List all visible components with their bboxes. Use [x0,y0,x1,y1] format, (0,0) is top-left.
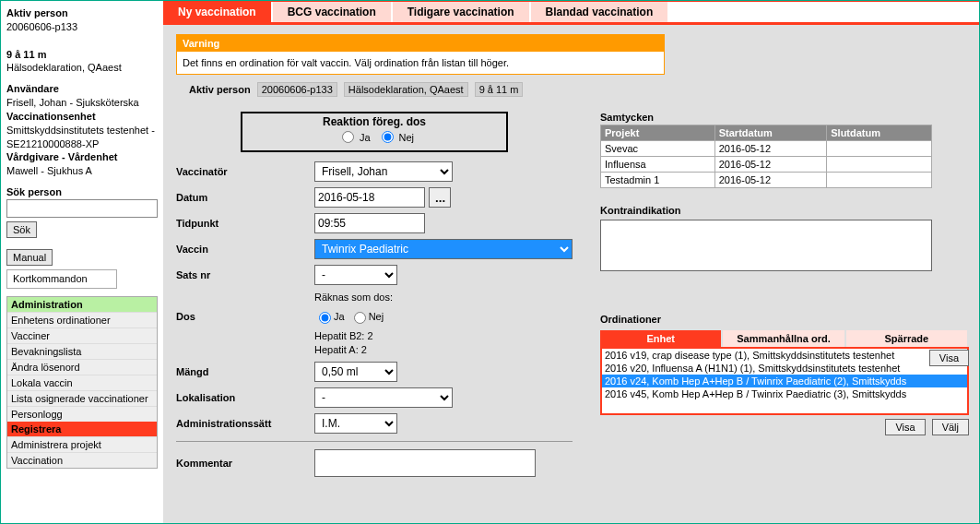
date-input[interactable] [314,187,425,208]
date-picker-button[interactable]: ... [429,187,451,208]
vaccinator-select[interactable]: Frisell, Johan [314,161,453,182]
sidebar-active-age: 9 å 11 m [6,48,158,62]
contra-box[interactable] [600,220,932,271]
shortcuts-link[interactable]: Kortkommandon [6,269,117,289]
comment-input[interactable] [314,449,536,477]
sidebar-item-losenord[interactable]: Ändra lösenord [7,359,157,375]
dose-label: Dos [176,311,314,322]
reaction-no-label: Nej [399,132,415,143]
contra-show-button[interactable]: Visa [929,350,969,366]
sidebar-item-bevak[interactable]: Bevakningslista [7,343,157,359]
ord-tab-sparrade[interactable]: Spärrade [846,330,969,347]
sidebar-item-lokala[interactable]: Lokala vaccin [7,375,157,390]
consents-col-end: Slutdatum [827,125,932,141]
ord-row-0[interactable]: 2016 v19, crap disease type (1), Smittsk… [602,349,967,362]
sidebar-user-label: Användare [6,82,158,96]
tab-blandad[interactable]: Blandad vaccination [531,2,670,22]
vaccine-select[interactable]: Twinrix Paediatric [314,239,573,259]
ordinations-heading: Ordinationer [600,314,969,325]
ord-tab-samman[interactable]: Sammanhållna ord. [723,330,845,347]
tab-bcg[interactable]: BCG vaccination [273,2,393,22]
dose-info-2: Hepatit A: 2 [314,343,573,356]
consents-col-project: Projekt [601,125,715,141]
sidebar-unit-label: Vaccinationsenhet [6,110,158,124]
sidebar-active-label: Aktiv person [6,6,158,20]
sidebar-active-name: Hälsodeklaration, QAaest [6,61,158,75]
sidebar-unit-name: Smittskyddsinstitutets testenhet - SE212… [6,124,158,151]
search-button[interactable]: Sök [6,221,37,238]
reaction-yes-radio[interactable] [342,131,354,143]
sidebar-item-vaccination[interactable]: Vaccination [7,452,157,468]
dose-no-radio[interactable] [354,312,366,324]
ord-row-3[interactable]: 2016 v45, Komb Hep A+Hep B / Twinrix Pae… [602,387,967,400]
sidebar-item-osignerade[interactable]: Lista osignerade vaccinationer [7,390,157,406]
reaction-yes-label: Ja [360,132,371,143]
dose-yes-radio[interactable] [319,312,331,324]
register-heading: Registrera [7,422,157,436]
reaction-no-radio[interactable] [382,131,394,143]
search-label: Sök person [6,185,158,199]
date-label: Datum [176,192,314,203]
consents-col-start: Startdatum [714,125,826,141]
dose-yes-label: Ja [334,311,345,322]
reaction-label: Reaktion föreg. dos [242,115,506,128]
sidebar-care-name: Mawell - Sjukhus A [6,164,158,178]
ord-show-button[interactable]: Visa [885,419,925,435]
search-input[interactable] [6,199,158,218]
admin-heading: Administration [7,297,157,312]
adminroute-label: Administrationssätt [176,418,314,429]
time-input[interactable] [314,213,425,233]
sidebar-item-admin-projekt[interactable]: Administrera projekt [7,436,157,452]
context-label: Aktiv person [189,84,251,95]
consents-table: Projekt Startdatum Slutdatum Svevac2016-… [600,125,932,188]
counted-as-dose-label: Räknas som dos: [314,291,573,304]
context-age: 9 å 11 m [475,82,524,97]
sidebar-item-personlogg[interactable]: Personlogg [7,406,157,422]
sidebar-item-vacciner[interactable]: Vacciner [7,328,157,343]
comment-label: Kommentar [176,458,314,469]
contra-heading: Kontraindikation [600,205,969,216]
vaccinator-label: Vaccinatör [176,166,314,177]
ord-select-button[interactable]: Välj [932,419,969,435]
sidebar-active-id: 20060606-p133 [6,20,158,34]
batch-label: Sats nr [176,269,314,280]
ord-row-1[interactable]: 2016 v20, Influensa A (H1N1) (1), Smitts… [602,362,967,375]
sidebar-care-label: Vårdgivare - Vårdenhet [6,150,158,164]
sidebar-user-name: Frisell, Johan - Sjuksköterska [6,96,158,110]
manual-button[interactable]: Manual [6,249,53,266]
batch-select[interactable]: - [314,265,397,285]
amount-select[interactable]: 0,50 ml [314,362,397,382]
context-id: 20060606-p133 [257,82,337,97]
ord-row-2[interactable]: 2016 v24, Komb Hep A+Hep B / Twinrix Pae… [602,375,967,387]
localization-label: Lokalisation [176,392,314,403]
context-name: Hälsodeklaration, QAaest [344,82,468,97]
warning-text: Det finns en ordination för valt vaccin.… [177,52,664,74]
consents-heading: Samtycken [600,112,969,123]
ordination-list[interactable]: 2016 v19, crap disease type (1), Smittsk… [600,349,969,415]
sidebar-item-enhet-ord[interactable]: Enhetens ordinationer [7,312,157,328]
warning-heading: Varning [177,35,664,52]
tab-ny-vaccination[interactable]: Ny vaccination [163,2,273,22]
ord-tab-enhet[interactable]: Enhet [600,330,723,347]
time-label: Tidpunkt [176,218,314,229]
dose-no-label: Nej [369,311,384,322]
vaccine-label: Vaccin [176,244,314,255]
tab-tidigare[interactable]: Tidigare vaccination [393,2,531,22]
amount-label: Mängd [176,366,314,377]
dose-info-1: Hepatit B2: 2 [314,329,573,342]
adminroute-select[interactable]: I.M. [314,413,397,434]
localization-select[interactable]: - [314,387,453,408]
